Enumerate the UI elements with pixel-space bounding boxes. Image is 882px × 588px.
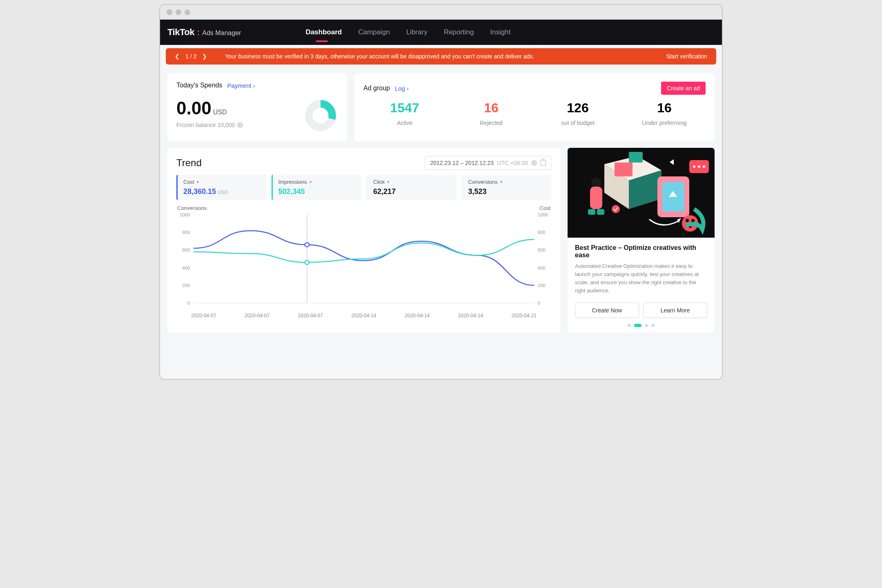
frozen-balance: Frozen balance 10,000 ? <box>176 122 243 128</box>
stat-value: 126 <box>537 100 619 116</box>
metric-value: 502,345 <box>278 187 356 196</box>
start-verification-link[interactable]: Start verification <box>666 53 707 60</box>
svg-text:0: 0 <box>187 301 190 305</box>
app-header: TikTok: Ads Manager DashboardCampaignLib… <box>160 20 722 45</box>
x-tick: 2020-04-07 <box>191 313 216 318</box>
svg-rect-44 <box>629 152 643 163</box>
svg-text:400: 400 <box>182 265 190 270</box>
chevron-down-icon: ▾ <box>500 180 502 184</box>
date-range-picker[interactable]: 2012.23.12 – 2012.12.23 UTC +08:00 ? <box>425 156 551 170</box>
date-range: 2012.23.12 – 2012.12.23 <box>430 160 494 166</box>
chevron-down-icon: ▾ <box>387 180 389 184</box>
alert-page-count: 1 / 2 <box>185 53 196 60</box>
create-ad-button[interactable]: Create an ad <box>661 82 706 95</box>
y-axis-left-label: Conversions <box>177 205 207 211</box>
svg-rect-45 <box>615 163 633 176</box>
calendar-icon <box>540 160 546 166</box>
alert-prev-icon[interactable]: ❮ <box>175 53 180 60</box>
svg-text:800: 800 <box>538 230 546 235</box>
svg-rect-31 <box>597 209 604 215</box>
alert-message: Your business must be verified in 3 days… <box>225 53 666 60</box>
adgroup-title: Ad group <box>363 85 390 92</box>
svg-point-28 <box>591 178 601 187</box>
svg-point-22 <box>305 243 309 247</box>
alert-next-icon[interactable]: ❯ <box>202 53 207 60</box>
x-tick: 2020-04-14 <box>458 313 483 318</box>
stat-value: 16 <box>623 100 706 116</box>
svg-text:800: 800 <box>182 230 190 235</box>
svg-text:600: 600 <box>538 248 546 253</box>
y-axis-right-label: Cost <box>539 205 550 211</box>
verification-alert: ❮ 1 / 2 ❯ Your business must be verified… <box>166 48 716 65</box>
brand-name: TikTok <box>167 27 194 38</box>
svg-point-23 <box>305 261 309 265</box>
svg-point-43 <box>703 165 705 168</box>
metric-impressions[interactable]: Impressions ▾502,345 <box>272 175 362 200</box>
svg-point-41 <box>693 165 695 168</box>
svg-text:600: 600 <box>182 248 190 253</box>
svg-rect-30 <box>588 209 595 215</box>
spend-amount: 0.00USD <box>176 98 227 118</box>
alert-pager: ❮ 1 / 2 ❯ <box>175 53 207 60</box>
side-description: Automated Creative Optimization makes it… <box>575 262 707 295</box>
side-title: Best Practice – Optimize creatives with … <box>575 244 707 259</box>
stat-value: 1547 <box>363 100 446 116</box>
stat-label: Under preferming <box>623 120 706 126</box>
metric-click[interactable]: Click ▾62,217 <box>366 175 457 200</box>
chevron-down-icon: ▾ <box>310 180 312 184</box>
traffic-light <box>176 9 181 15</box>
help-icon[interactable]: ? <box>237 122 243 128</box>
x-tick: 2020-04-14 <box>405 313 430 318</box>
metric-label: Impressions <box>278 179 307 185</box>
trend-title: Trend <box>176 157 202 169</box>
spend-donut-chart <box>303 98 338 133</box>
stat-label: out of budget <box>537 120 619 126</box>
timezone: UTC +08:00 <box>497 160 528 166</box>
chevron-right-icon: › <box>407 85 409 92</box>
svg-text:200: 200 <box>538 283 546 288</box>
metric-value: 3,523 <box>468 187 546 196</box>
main-nav: DashboardCampaignLibraryReportingInsight <box>305 27 510 38</box>
svg-text:1000: 1000 <box>538 212 548 217</box>
metric-value: 62,217 <box>373 187 451 196</box>
brand-sub: Ads Manager <box>202 29 241 37</box>
carousel-dots[interactable] <box>575 324 707 327</box>
stat-out-of-budget: 126out of budget <box>537 100 619 126</box>
svg-point-37 <box>686 219 689 222</box>
svg-text:1000: 1000 <box>180 212 190 217</box>
stat-label: Rejected <box>450 120 532 126</box>
nav-campaign[interactable]: Campaign <box>358 27 390 38</box>
nav-dashboard[interactable]: Dashboard <box>305 27 342 38</box>
traffic-light <box>167 9 172 15</box>
metric-conversions[interactable]: Conversions ▾3,523 <box>461 175 552 200</box>
brand: TikTok: Ads Manager <box>167 27 241 38</box>
create-now-button[interactable]: Create Now <box>575 303 639 318</box>
nav-insight[interactable]: Insight <box>490 27 510 38</box>
metric-label: Cost <box>183 179 194 185</box>
x-tick: 2020-04-21 <box>512 313 537 318</box>
stat-rejected: 16Rejected <box>450 100 532 126</box>
brand-colon-icon: : <box>197 27 200 38</box>
stat-value: 16 <box>450 100 532 116</box>
stat-label: Active <box>363 120 446 126</box>
trend-chart: Conversions Cost 00200200400400600600800… <box>176 205 551 318</box>
svg-text:0: 0 <box>538 301 540 305</box>
x-tick: 2020-04-07 <box>245 313 270 318</box>
nav-reporting[interactable]: Reporting <box>444 27 474 38</box>
window-titlebar <box>160 5 722 20</box>
metric-cost[interactable]: Cost ▾28,360.15USD <box>176 175 267 200</box>
chevron-right-icon: › <box>253 82 255 89</box>
stat-active: 1547Active <box>363 100 446 126</box>
log-link[interactable]: Log › <box>395 85 409 92</box>
svg-point-38 <box>691 219 695 222</box>
payment-link[interactable]: Payment › <box>227 82 255 89</box>
traffic-light <box>185 9 190 15</box>
svg-rect-29 <box>590 187 602 209</box>
chevron-down-icon: ▾ <box>197 180 199 184</box>
nav-library[interactable]: Library <box>406 27 428 38</box>
help-icon[interactable]: ? <box>531 160 537 166</box>
stat-under-preferming: 16Under preferming <box>623 100 706 126</box>
metric-label: Conversions <box>468 179 498 185</box>
spends-title: Today's Spends <box>176 82 222 89</box>
learn-more-button[interactable]: Learn More <box>643 303 707 318</box>
